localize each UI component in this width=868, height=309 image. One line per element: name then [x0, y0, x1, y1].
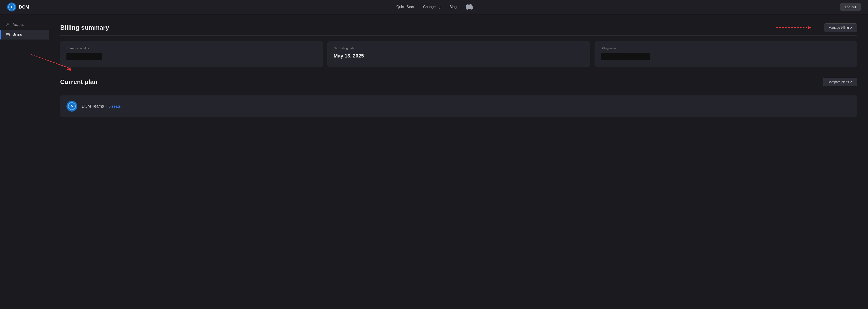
plan-separator: |	[106, 104, 107, 108]
next-billing-date-label: Next billing date	[334, 47, 584, 50]
billing-summary-header: Billing summary Manage billing ↗	[60, 23, 857, 32]
sidebar-item-billing-label: Billing	[12, 33, 22, 37]
billing-summary-section: Billing summary Manage billing ↗	[60, 23, 857, 67]
svg-marker-10	[67, 67, 71, 71]
current-annual-bill-card: Current annual bill	[60, 41, 323, 67]
current-annual-bill-label: Current annual bill	[66, 47, 317, 50]
svg-rect-6	[6, 35, 7, 35]
navbar-right: Log out	[840, 3, 861, 11]
sidebar-item-access[interactable]: Access	[0, 20, 50, 30]
billing-summary-divider	[60, 35, 857, 36]
plan-logo-icon: >	[66, 101, 77, 112]
discord-icon[interactable]	[466, 3, 473, 10]
svg-rect-4	[6, 33, 9, 36]
sidebar: Access Billing	[0, 14, 50, 309]
card-icon	[5, 32, 10, 37]
plan-seats: 5 seats	[108, 104, 121, 108]
current-annual-bill-value	[66, 53, 317, 62]
billing-email-value	[601, 53, 851, 62]
plan-info: DCM Teams | 5 seats	[82, 104, 121, 109]
manage-billing-button[interactable]: Manage billing ↗	[824, 23, 857, 32]
current-plan-title: Current plan	[60, 79, 97, 86]
svg-text:>: >	[71, 104, 73, 109]
current-annual-bill-redacted	[66, 53, 102, 60]
billing-cards-row: Current annual bill Next billing date Ma…	[60, 41, 857, 67]
manage-billing-arrow-annotation	[774, 24, 814, 31]
billing-email-card: Billing email	[594, 41, 857, 67]
navbar-left: > DCM	[7, 2, 29, 11]
billing-email-redacted	[601, 53, 650, 60]
dcm-logo-icon: >	[7, 2, 16, 11]
current-plan-header: Current plan Compare plans ↗	[60, 78, 857, 86]
blog-link[interactable]: Blog	[450, 5, 457, 9]
billing-summary-title: Billing summary	[60, 24, 109, 31]
navbar-brand: DCM	[19, 4, 29, 10]
changelog-link[interactable]: Changelog	[423, 5, 440, 9]
sidebar-item-billing[interactable]: Billing	[0, 30, 50, 39]
sidebar-item-access-label: Access	[12, 23, 24, 27]
person-icon	[5, 23, 10, 27]
quick-start-link[interactable]: Quick Start	[396, 5, 414, 9]
current-plan-section: Current plan Compare plans ↗ > DCM Teams…	[60, 78, 857, 117]
compare-plans-button[interactable]: Compare plans ↗	[823, 78, 857, 86]
navbar-center: Quick Start Changelog Blog	[396, 3, 473, 10]
billing-email-label: Billing email	[601, 47, 851, 50]
svg-marker-8	[808, 26, 811, 29]
svg-text:>: >	[10, 5, 12, 9]
app-body: Access Billing Billing summary Manage bi…	[0, 14, 868, 309]
logout-button[interactable]: Log out	[840, 3, 861, 11]
plan-card: > DCM Teams | 5 seats	[60, 95, 857, 117]
plan-name: DCM Teams	[82, 104, 104, 109]
next-billing-date-card: Next billing date May 13, 2025	[327, 41, 590, 67]
next-billing-date-value: May 13, 2025	[334, 53, 584, 59]
navbar: > DCM Quick Start Changelog Blog Log out	[0, 0, 868, 14]
main-content: Billing summary Manage billing ↗	[50, 14, 868, 309]
